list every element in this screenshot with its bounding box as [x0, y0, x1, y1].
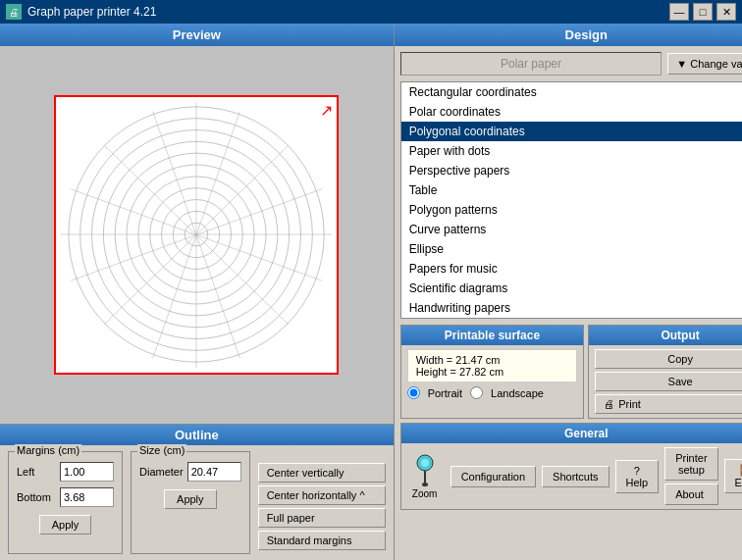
left-label: Left — [17, 466, 56, 478]
diameter-label: Diameter — [139, 466, 184, 478]
menu-list: Rectangular coordinates ▶ Polar coordina… — [400, 81, 742, 319]
printable-content: Width = 21.47 cm Height = 27.82 cm Portr… — [401, 345, 584, 403]
center-horizontally-button[interactable]: Center horizontally ^ — [258, 485, 386, 505]
left-margin-input[interactable] — [60, 462, 114, 482]
outline-header: Outline — [0, 425, 394, 445]
size-label: Size (cm) — [137, 444, 186, 456]
landscape-radio[interactable] — [470, 386, 483, 399]
design-top: Polar paper ▼ Change variant — [395, 46, 742, 81]
menu-table[interactable]: Table — [401, 180, 742, 200]
size-apply-button[interactable]: Apply — [164, 489, 217, 509]
center-vertically-button[interactable]: Center vertically — [258, 463, 386, 483]
left-margin-row: Left — [17, 462, 114, 482]
printer-setup-button[interactable]: Printer setup — [664, 447, 717, 481]
menu-curve-patterns[interactable]: Curve patterns ▶ — [401, 220, 742, 239]
menu-rectangular[interactable]: Rectangular coordinates ▶ — [401, 82, 742, 102]
menu-perspective[interactable]: Perspective papers ▶ — [401, 161, 742, 180]
preview-svg — [56, 97, 337, 373]
bottom-margin-row: Bottom — [17, 487, 114, 507]
output-content: Copy Save 🖨 Print — [589, 345, 742, 418]
output-title: Output — [589, 326, 742, 345]
left-panel: Preview ↗ — [0, 24, 395, 560]
diameter-input[interactable] — [187, 462, 241, 482]
menu-handwriting[interactable]: Handwriting papers ▶ — [401, 298, 742, 318]
diameter-row: Diameter — [139, 462, 241, 482]
menu-polygonal[interactable]: Polygonal coordinates ▶ — [401, 122, 742, 141]
menu-polygon-patterns[interactable]: Polygon patterns ▶ — [401, 200, 742, 220]
menu-scientific[interactable]: Scientific diagrams ▶ — [401, 279, 742, 298]
exit-button[interactable]: 🚪 Exit — [724, 459, 742, 493]
margins-group: Margins (cm) Left Bottom Apply — [8, 451, 123, 554]
outline-section: Outline Margins (cm) Left Bottom Apply — [0, 424, 394, 560]
copy-button[interactable]: Copy — [595, 349, 742, 369]
preview-area: ↗ — [0, 46, 394, 424]
preview-header: Preview — [0, 24, 394, 46]
configuration-button[interactable]: Configuration — [450, 466, 536, 487]
app-title: Graph paper printer 4.21 — [27, 5, 156, 19]
general-title: General — [401, 424, 742, 443]
app-icon: 🖨 — [6, 4, 22, 20]
margins-label: Margins (cm) — [15, 444, 81, 456]
standard-margins-button[interactable]: Standard margins — [258, 531, 386, 550]
svg-point-20 — [421, 459, 429, 467]
zoom-area[interactable]: Zoom — [409, 453, 441, 499]
printable-output-row: Printable surface Width = 21.47 cm Heigh… — [395, 325, 742, 423]
orientation-row: Portrait Landscape — [407, 386, 578, 399]
svg-point-22 — [422, 483, 428, 486]
general-section: General Zoom Configuration Shortcuts ? H… — [400, 423, 742, 510]
right-panel: Design Polar paper ▼ Change variant Rect… — [395, 24, 742, 560]
zoom-label: Zoom — [412, 488, 438, 499]
general-content: Zoom Configuration Shortcuts ? Help Prin… — [401, 443, 742, 509]
width-display: Width = 21.47 cm — [416, 354, 569, 366]
design-header: Design — [395, 24, 742, 46]
save-button[interactable]: Save — [595, 372, 742, 391]
menu-polygonal-row: Polygonal coordinates ▶ Triangle Hexagon — [401, 122, 742, 141]
window-controls[interactable]: — □ ✕ — [669, 3, 736, 21]
size-group: Size (cm) Diameter Apply — [131, 451, 250, 554]
menu-dots[interactable]: Paper with dots — [401, 141, 742, 161]
portrait-label: Portrait — [428, 387, 462, 399]
close-button[interactable]: ✕ — [716, 3, 736, 21]
title-bar: 🖨 Graph paper printer 4.21 — □ ✕ — [0, 0, 742, 24]
output-section: Output Copy Save 🖨 Print — [588, 325, 742, 419]
print-button[interactable]: 🖨 Print — [595, 394, 742, 414]
menu-polar[interactable]: Polar coordinates ▶ — [401, 102, 742, 122]
margins-apply-button[interactable]: Apply — [39, 515, 92, 535]
printable-surface: Printable surface Width = 21.47 cm Heigh… — [400, 325, 585, 419]
minimize-button[interactable]: — — [669, 3, 689, 21]
printable-surface-title: Printable surface — [401, 326, 584, 345]
outline-content: Margins (cm) Left Bottom Apply Siz — [0, 445, 394, 560]
full-paper-button[interactable]: Full paper — [258, 508, 386, 528]
landscape-label: Landscape — [491, 387, 544, 399]
change-variant-button[interactable]: ▼ Change variant — [667, 53, 742, 75]
menu-ellipse[interactable]: Ellipse — [401, 239, 742, 259]
zoom-icon — [409, 453, 441, 488]
center-buttons: Center vertically Center horizontally ^ … — [258, 459, 386, 554]
bottom-label: Bottom — [17, 491, 56, 503]
bottom-margin-input[interactable] — [60, 487, 114, 507]
shortcuts-button[interactable]: Shortcuts — [542, 466, 609, 487]
height-display: Height = 27.82 cm — [416, 366, 569, 378]
size-display: Width = 21.47 cm Height = 27.82 cm — [407, 349, 578, 382]
preview-paper: ↗ — [54, 95, 339, 375]
printer-icon: 🖨 — [604, 398, 614, 410]
about-button[interactable]: About — [664, 484, 717, 505]
maximize-button[interactable]: □ — [693, 3, 713, 21]
menu-music[interactable]: Papers for music ▶ — [401, 259, 742, 279]
polar-paper-display: Polar paper — [400, 52, 662, 76]
portrait-radio[interactable] — [407, 386, 420, 399]
help-button[interactable]: ? Help — [615, 460, 660, 493]
